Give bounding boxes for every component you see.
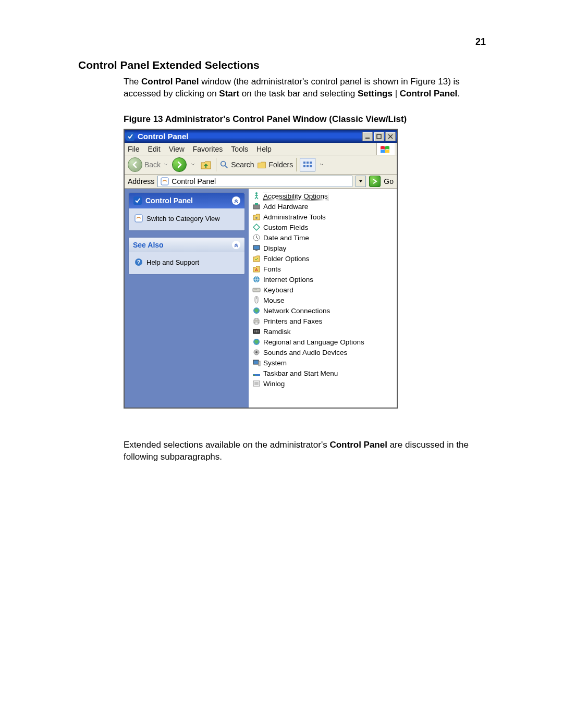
switch-view-link[interactable]: Switch to Category View [134,214,239,223]
chevron-down-icon [163,158,169,171]
menu-edit[interactable]: Edit [148,145,161,153]
menu-tools[interactable]: Tools [231,145,248,153]
item-label: Add Hardware [263,203,308,211]
item-label: Internet Options [263,276,313,283]
internet-options-icon [252,275,261,284]
chevron-down-icon[interactable] [319,158,325,171]
folders-label: Folders [268,161,293,169]
folders-button[interactable]: Folders [257,160,293,169]
address-dropdown[interactable] [356,176,366,187]
go-label: Go [384,177,394,186]
address-label: Address [128,177,154,186]
svg-rect-19 [253,205,260,209]
list-item[interactable]: Folder Options [252,253,394,264]
list-item[interactable]: Accessibility Options [252,191,394,201]
item-label: Sounds and Audio Devices [263,349,347,356]
maximize-button[interactable] [374,132,384,141]
list-item[interactable]: Add Hardware [252,201,394,212]
up-folder-button[interactable] [199,159,213,170]
windows-flag-icon [376,143,395,155]
svg-rect-39 [258,330,259,332]
item-label: System [263,359,287,367]
address-field[interactable]: Control Panel [157,176,352,187]
sidebar-panel-see-also: See Also ? Help and Support [129,238,244,274]
go-button[interactable] [369,176,381,187]
intro-paragraph: The Control Panel window (the administra… [124,76,488,100]
minimize-button[interactable] [362,132,373,141]
list-item[interactable]: Display [252,243,394,253]
separator [216,158,216,171]
svg-rect-27 [253,288,260,292]
date-time-icon [252,233,261,242]
help-icon: ? [134,257,143,267]
panel-body: ? Help and Support [129,252,244,274]
list-item[interactable]: Date and Time [252,232,394,243]
list-item[interactable]: Regional and Language Options [252,337,394,347]
panel-title: See Also [133,241,164,249]
panel-header[interactable]: See Also [129,238,244,252]
ramdisk-icon [252,327,261,336]
list-item[interactable]: Keyboard [252,285,394,295]
list-item[interactable]: AFonts [252,264,394,274]
item-label: Custom Fields [263,224,308,231]
list-item[interactable]: Custom Fields [252,222,394,232]
text: | [393,89,400,98]
list-item[interactable]: Ramdisk [252,326,394,337]
svg-point-21 [255,217,258,219]
list-item[interactable]: Mouse [252,295,394,305]
taskbar-icon [252,368,261,378]
text-bold: Settings [358,89,393,98]
text: The [124,77,141,87]
separator [296,158,297,171]
chevron-down-icon[interactable] [190,158,196,171]
back-button[interactable]: Back [128,157,169,172]
close-button[interactable] [385,132,396,141]
svg-rect-13 [161,178,168,185]
panel-body: Switch to Category View [129,208,244,230]
svg-rect-23 [253,245,260,250]
help-support-link[interactable]: ? Help and Support [134,257,239,267]
network-icon [252,306,261,315]
item-label: Folder Options [263,255,310,263]
address-bar: Address Control Panel Go [125,175,397,189]
list-item[interactable]: Winlog [252,378,394,389]
titlebar: Control Panel [125,130,397,143]
text-bold: Control Panel [400,89,458,98]
list-item[interactable]: Printers and Faxes [252,316,394,326]
forward-button[interactable] [172,157,187,172]
item-label: Regional and Language Options [263,338,364,346]
section-title: Control Panel Extended Selections [78,59,260,71]
svg-rect-20 [255,203,258,205]
svg-text:A: A [255,267,258,272]
menu-favorites[interactable]: Favorites [193,145,223,153]
menu-help[interactable]: Help [256,145,272,153]
fonts-icon: A [252,264,261,274]
view-mode-button[interactable] [300,158,315,171]
search-label: Search [231,161,254,169]
back-icon [128,157,142,172]
svg-rect-44 [259,361,260,366]
text: . [457,89,460,98]
item-label: Printers and Faxes [263,317,322,325]
svg-text:?: ? [137,259,141,265]
list-item[interactable]: Taskbar and Start Menu [252,368,394,378]
toolbar: Back Search Folders [125,155,397,175]
folders-icon [257,160,266,169]
list-item[interactable]: Sounds and Audio Devices [252,347,394,357]
list-item[interactable]: Administrative Tools [252,212,394,222]
list-item[interactable]: System [252,357,394,368]
switch-view-icon [134,214,143,223]
window-title: Control Panel [138,132,361,141]
panel-header[interactable]: Control Panel [129,193,244,208]
text-bold: Start [219,89,239,98]
svg-rect-46 [253,375,255,376]
menu-file[interactable]: File [128,145,140,153]
menu-view[interactable]: View [169,145,185,153]
svg-line-6 [225,166,228,168]
svg-rect-38 [256,330,257,332]
svg-point-18 [255,192,258,194]
item-label: Fonts [263,265,281,273]
search-button[interactable]: Search [219,160,254,169]
list-item[interactable]: Internet Options [252,274,394,285]
list-item[interactable]: Network Connections [252,305,394,316]
